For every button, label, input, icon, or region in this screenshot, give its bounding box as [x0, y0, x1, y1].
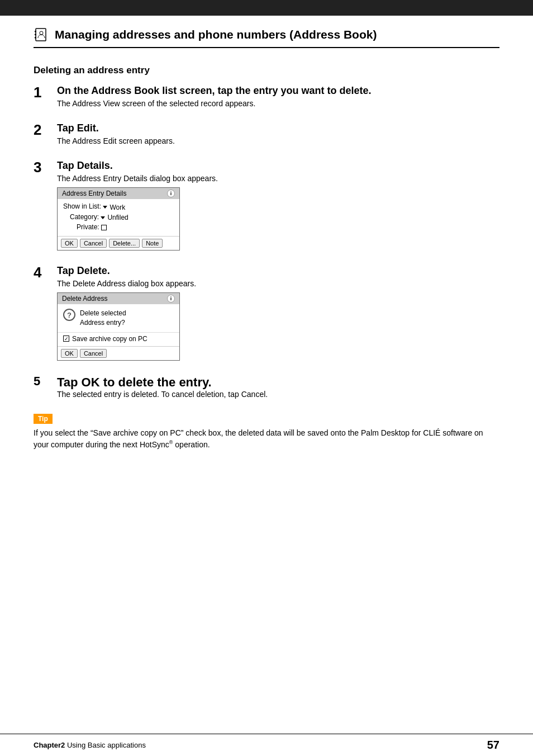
tip-text: If you select the “Save archive copy on …	[34, 427, 499, 451]
step-2-content: Tap Edit. The Address Edit screen appear…	[57, 122, 499, 150]
page-footer: Chapter2 Using Basic applications 57	[0, 734, 533, 756]
dialog1-titlebar: Address Entry Details i	[58, 188, 179, 199]
step-2-title: Tap Edit.	[57, 122, 499, 134]
step-3-number: 3	[34, 160, 49, 174]
step-1-desc: The Address View screen of the selected …	[57, 99, 499, 108]
show-in-list-dropdown[interactable]: Work	[103, 204, 125, 211]
step-3-desc: The Address Entry Details dialog box app…	[57, 174, 499, 183]
category-dropdown[interactable]: Unfiled	[101, 214, 128, 221]
step-1-content: On the Address Book list screen, tap the…	[57, 85, 499, 112]
step-1-title: On the Address Book list screen, tap the…	[57, 85, 499, 97]
step-3-title: Tap Details.	[57, 160, 499, 172]
tip-section: Tip If you select the “Save archive copy…	[34, 413, 499, 451]
dialog2-ok-button[interactable]: OK	[61, 349, 78, 358]
info-icon-2: i	[167, 295, 175, 303]
footer-page-number: 57	[487, 739, 499, 752]
main-content: Managing addresses and phone numbers (Ad…	[0, 16, 533, 484]
footer-chapter-desc: Using Basic applications	[67, 741, 146, 749]
step-5: 5 Tap OK to delete the entry. The select…	[34, 375, 499, 403]
dialog2-body: ? Delete selectedAddress entry?	[58, 304, 179, 332]
dialog1-note-button[interactable]: Note	[142, 239, 163, 248]
dialog1-title: Address Entry Details	[62, 190, 126, 197]
dialog1-private-row: Private:	[63, 223, 174, 231]
address-book-icon	[34, 27, 49, 42]
step-2-number: 2	[34, 122, 49, 137]
step-2: 2 Tap Edit. The Address Edit screen appe…	[34, 122, 499, 150]
step-4: 4 Tap Delete. The Delete Address dialog …	[34, 265, 499, 365]
private-label: Private:	[77, 223, 99, 231]
show-in-list-value: Work	[110, 204, 125, 211]
dialog1-body: Show in List: Work Category: Unfiled	[58, 199, 179, 236]
footer-chapter: Chapter2 Using Basic applications	[34, 741, 146, 749]
dialog2-cancel-button[interactable]: Cancel	[80, 349, 107, 358]
dialog1-ok-button[interactable]: OK	[61, 239, 78, 248]
step-1: 1 On the Address Book list screen, tap t…	[34, 85, 499, 112]
page-title: Managing addresses and phone numbers (Ad…	[55, 28, 377, 41]
private-checkbox[interactable]	[101, 225, 107, 230]
svg-rect-2	[35, 34, 36, 36]
step-4-desc: The Delete Address dialog box appears.	[57, 279, 499, 288]
dialog1-show-in-list-row: Show in List: Work	[63, 202, 174, 211]
address-entry-details-dialog: Address Entry Details i Show in List: Wo…	[57, 187, 180, 251]
step-5-title: Tap OK to delete the entry.	[57, 375, 499, 390]
step-4-content: Tap Delete. The Delete Address dialog bo…	[57, 265, 499, 365]
step-3-content: Tap Details. The Address Entry Details d…	[57, 160, 499, 255]
dialog1-delete-button[interactable]: Delete...	[109, 239, 140, 248]
step-3: 3 Tap Details. The Address Entry Details…	[34, 160, 499, 255]
step-1-number: 1	[34, 85, 49, 100]
top-bar	[0, 0, 533, 16]
footer-chapter-label: Chapter2	[34, 741, 65, 749]
dialog1-category-row: Category: Unfiled	[63, 213, 174, 222]
category-label: Category:	[70, 213, 99, 221]
svg-point-4	[40, 31, 43, 35]
step-5-number: 5	[34, 375, 49, 388]
step-4-number: 4	[34, 265, 49, 280]
step-5-desc: The selected entry is deleted. To cancel…	[57, 390, 499, 399]
steps-container: 1 On the Address Book list screen, tap t…	[34, 85, 499, 403]
step-5-content: Tap OK to delete the entry. The selected…	[57, 375, 499, 403]
question-icon: ?	[63, 309, 75, 321]
delete-address-dialog: Delete Address i ? Delete selectedAddres…	[57, 292, 180, 361]
dialog2-buttons: OK Cancel	[58, 346, 179, 360]
tip-label: Tip	[34, 414, 53, 424]
dialog2-titlebar: Delete Address i	[58, 293, 179, 304]
section-heading: Deleting an address entry	[34, 65, 499, 76]
svg-rect-1	[35, 31, 36, 32]
step-2-desc: The Address Edit screen appears.	[57, 136, 499, 145]
dropdown-arrow-show	[103, 206, 107, 209]
step-4-title: Tap Delete.	[57, 265, 499, 277]
svg-rect-3	[35, 37, 36, 39]
delete-message: Delete selectedAddress entry?	[80, 309, 126, 328]
dropdown-arrow-category	[101, 216, 105, 219]
archive-label: Save archive copy on PC	[72, 335, 147, 343]
dialog2-title: Delete Address	[62, 295, 107, 303]
dialog2-archive-row: ✓ Save archive copy on PC	[58, 332, 179, 346]
dialog1-cancel-button[interactable]: Cancel	[80, 239, 107, 248]
category-value: Unfiled	[107, 214, 128, 221]
show-in-list-label: Show in List:	[63, 202, 101, 210]
archive-checkbox[interactable]: ✓	[63, 336, 69, 342]
page-header: Managing addresses and phone numbers (Ad…	[34, 27, 499, 48]
info-icon: i	[167, 190, 175, 197]
dialog1-buttons: OK Cancel Delete... Note	[58, 236, 179, 250]
